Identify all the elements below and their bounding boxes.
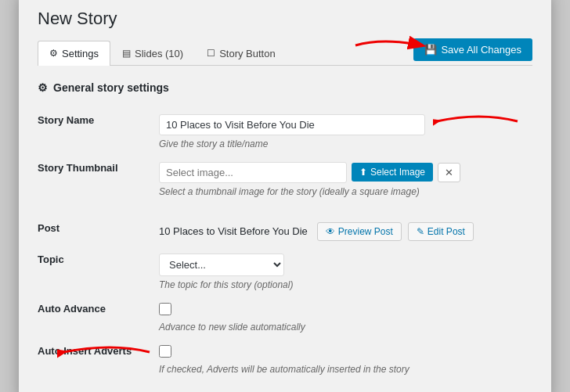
auto-advance-label: Auto Advance (38, 297, 151, 339)
tab-story-button-label: Story Button (219, 48, 276, 59)
slides-icon: ▤ (122, 48, 131, 59)
story-thumbnail-field-col: ⬆ Select Image ✕ Select a thumbnail imag… (151, 156, 532, 203)
post-name-text: 10 Places to Visit Before You Die (159, 225, 308, 237)
tab-slides[interactable]: ▤ Slides (10) (110, 41, 195, 66)
topic-select[interactable]: Select... Technology Travel Health (159, 254, 284, 276)
auto-advance-checkbox[interactable] (159, 303, 171, 315)
edit-icon: ✎ (417, 226, 424, 237)
topic-field-col: Select... Technology Travel Health The t… (151, 247, 532, 297)
settings-form: Story Name (38, 108, 532, 381)
story-button-icon: ☐ (207, 48, 215, 59)
save-all-changes-button[interactable]: 💾 Save All Changes (413, 38, 532, 61)
save-button-label: Save All Changes (441, 44, 521, 56)
story-name-label: Story Name (38, 108, 151, 156)
auto-advance-hint: Advance to new slide automatically (159, 322, 532, 333)
thumbnail-input[interactable] (159, 162, 347, 183)
topic-hint: The topic for this story (optional) (159, 279, 532, 290)
tab-slides-label: Slides (10) (135, 48, 183, 59)
save-icon: 💾 (424, 44, 437, 56)
story-thumbnail-hint: Select a thumbnail image for the story (… (159, 186, 532, 197)
post-label: Post (38, 216, 151, 247)
story-name-field-col: Give the story a title/name (151, 108, 532, 156)
story-thumbnail-row: Story Thumbnail ⬆ Select Image ✕ Select … (38, 156, 532, 203)
auto-advance-checkbox-row: Advance to new slide automatically (159, 303, 532, 333)
spacer-row (38, 203, 532, 216)
main-window: New Story ⚙ Settings ▤ Slides (10) ☐ Sto… (19, 0, 551, 392)
story-name-hint: Give the story a title/name (159, 138, 532, 149)
auto-insert-adverts-label: Auto Insert Adverts (38, 339, 151, 381)
story-name-row: Story Name (38, 108, 532, 156)
section-title-text: General story settings (53, 81, 169, 94)
auto-insert-adverts-row: Auto Insert Adverts If checked, Adverts … (38, 339, 532, 381)
settings-icon: ⚙ (49, 48, 58, 59)
story-thumbnail-label: Story Thumbnail (38, 156, 151, 203)
tab-settings[interactable]: ⚙ Settings (38, 41, 110, 66)
post-row: Post 10 Places to Visit Before You Die 👁… (38, 216, 532, 247)
post-value-row: 10 Places to Visit Before You Die 👁 Prev… (159, 222, 532, 241)
edit-post-label: Edit Post (428, 226, 465, 237)
auto-insert-adverts-field-col: If checked, Adverts will be automaticall… (151, 339, 532, 381)
topic-row: Topic Select... Technology Travel Health… (38, 247, 532, 297)
eye-icon: 👁 (326, 226, 335, 237)
select-image-label: Select Image (370, 167, 425, 178)
auto-insert-adverts-hint: If checked, Adverts will be automaticall… (159, 364, 409, 375)
topic-label: Topic (38, 247, 151, 297)
tab-story-button[interactable]: ☐ Story Button (195, 41, 287, 66)
tabs-row: ⚙ Settings ▤ Slides (10) ☐ Story Button … (38, 40, 532, 66)
page-title: New Story (38, 9, 532, 29)
tab-settings-label: Settings (62, 48, 99, 59)
arrow-to-name-icon (433, 110, 519, 135)
thumbnail-input-row: ⬆ Select Image ✕ (159, 162, 532, 183)
upload-icon: ⬆ (359, 167, 367, 178)
preview-post-label: Preview Post (338, 226, 393, 237)
edit-post-button[interactable]: ✎ Edit Post (408, 222, 474, 241)
auto-insert-adverts-checkbox-row: If checked, Adverts will be automaticall… (159, 345, 409, 375)
section-gear-icon: ⚙ (38, 81, 48, 94)
post-field-col: 10 Places to Visit Before You Die 👁 Prev… (151, 216, 532, 247)
close-icon: ✕ (445, 167, 453, 178)
auto-advance-field-col: Advance to new slide automatically (151, 297, 532, 339)
auto-insert-adverts-checkbox[interactable] (159, 345, 171, 358)
select-image-button[interactable]: ⬆ Select Image (352, 163, 433, 182)
section-title: ⚙ General story settings (38, 81, 532, 94)
auto-advance-row: Auto Advance Advance to new slide automa… (38, 297, 532, 339)
preview-post-button[interactable]: 👁 Preview Post (317, 222, 402, 241)
story-name-input[interactable] (159, 114, 425, 135)
clear-thumbnail-button[interactable]: ✕ (438, 163, 460, 182)
